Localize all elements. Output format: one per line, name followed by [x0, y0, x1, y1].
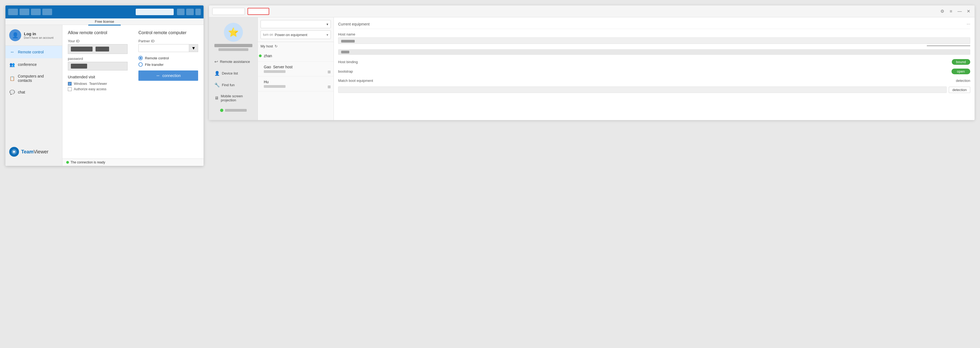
rp-sidebar-item-find-fun[interactable]: 🔧 Find fun [212, 80, 255, 90]
sidebar-label-conference: conference [18, 62, 37, 66]
rp-power-text: Power-on equipment [275, 33, 307, 37]
sidebar-label-chat: chat [18, 90, 25, 94]
tv-login-subtext: Don't have an account [24, 36, 54, 39]
rp-myhost-header: My host ↻ [258, 42, 334, 51]
tv-login-area[interactable]: 👤 Log in Don't have an account [5, 25, 62, 46]
rp-sidebar-item-device-list[interactable]: 👤 Device list [212, 68, 255, 79]
tv-btn-1[interactable] [8, 9, 18, 15]
rp-host-item-gao[interactable]: Gao Server host ⊞ [258, 62, 334, 76]
tv-control-heading: Control remote computer [138, 30, 198, 35]
rp-close-icon[interactable]: ✕ [965, 8, 971, 14]
tv-partner-id-input[interactable] [139, 44, 189, 52]
tv-radio-file-transfer[interactable]: File transfer [138, 62, 198, 66]
rp-current-equipment-row: Current equipment ··· [338, 22, 970, 29]
sidebar-item-remote-control[interactable]: ↔ Remote control [5, 46, 62, 58]
rp-power-row[interactable]: turn on Power-on equipment ▾ [261, 30, 331, 39]
rp-right-panel: Current equipment ··· Host name Host bin… [334, 17, 975, 120]
rp-sidebar-item-mobile-screen[interactable]: 🖥 Mobile screen projection [212, 91, 255, 105]
rp-sidebar-label-find-fun: Find fun [222, 83, 235, 87]
tv-radio-btn-remote[interactable] [138, 56, 143, 60]
tv-btn-2[interactable] [19, 9, 29, 15]
tv-checkbox-easy-access[interactable] [68, 87, 72, 91]
tv-connect-button[interactable]: ↔ connection [138, 70, 198, 81]
rp-status-bottom [217, 106, 250, 115]
sidebar-item-conference[interactable]: 👥 conference [5, 58, 62, 71]
sidebar-label-computers-contacts: Computers and contacts [18, 74, 58, 83]
rp-dropdown-arrow: ▾ [326, 22, 328, 26]
tv-logo-icon [9, 147, 19, 157]
rp-bootstrap-row: bootstrap open [338, 68, 970, 74]
rp-ce-more-icon[interactable]: ··· [967, 22, 970, 27]
rp-binding-row: Host binding bound [338, 59, 970, 65]
tv-connect-label: connection [162, 73, 181, 78]
rp-dropdown-select[interactable]: ▾ [261, 20, 331, 28]
rp-sidebar-label-remote-assistance: Remote assistance [220, 60, 250, 64]
tv-radio-file-label: File transfer [145, 63, 164, 66]
tv-partner-dropdown-btn[interactable]: ▼ [189, 44, 198, 52]
rp-detect-input[interactable] [338, 87, 947, 93]
rp-middle-top: ▾ turn on Power-on equipment ▾ [258, 17, 334, 42]
sidebar-label-remote-control: Remote control [18, 50, 44, 54]
rp-extra-field [338, 49, 970, 55]
rp-id-bar [218, 48, 248, 51]
rp-host-item-zhan[interactable]: zhan [258, 51, 334, 62]
rp-avatar-area: ⭐ [215, 23, 252, 51]
rp-gear-icon[interactable]: ⚙ [939, 8, 945, 14]
tv-search-box[interactable] [136, 9, 174, 15]
rp-extra-value-bar [338, 49, 970, 55]
tv-status-text: The connection is ready [70, 160, 105, 164]
tv-radio-remote-label: Remote control [145, 56, 169, 60]
sidebar-item-chat[interactable]: 💬 chat [5, 86, 62, 98]
tv-check-mark: ✓ [68, 82, 71, 85]
tv-control-section: Control remote computer Partner ID ▼ Rem… [138, 30, 198, 153]
rp-left-sidebar: ⭐ ↩ Remote assistance 👤 Device list 🔧 Fi… [209, 17, 258, 120]
rp-match-boot-label: Match boot equipment [338, 79, 373, 83]
tv-btn-4[interactable] [42, 9, 52, 15]
rp-bottom-name-bar [225, 109, 247, 112]
tv-btn-3[interactable] [31, 9, 41, 15]
rp-detection-button[interactable]: detection [949, 87, 970, 93]
rp-star-avatar: ⭐ [224, 23, 243, 42]
tv-status-dot [66, 161, 69, 164]
tv-logo-viewer: Viewer [33, 149, 49, 155]
rp-power-chevron: ▾ [326, 33, 328, 37]
rp-host-item-hu[interactable]: Hu ⊞ [258, 76, 334, 91]
rp-binding-label: Host binding [338, 60, 358, 64]
tv-avatar: 👤 [9, 29, 21, 41]
rp-body: ⭐ ↩ Remote assistance 👤 Device list 🔧 Fi… [209, 17, 975, 120]
rp-host-name-zhan: zhan [264, 54, 330, 58]
rp-sidebar-label-device-list: Device list [222, 71, 238, 75]
rp-titlebar: ⚙ ≡ — ✕ [209, 5, 975, 17]
rp-match-boot-row: Match boot equipment detection [338, 79, 970, 83]
rp-host-bar-hu [264, 85, 285, 88]
rp-host-dot-zhan [259, 54, 262, 57]
tv-icon-1[interactable] [177, 9, 185, 15]
rp-search-tab[interactable] [212, 8, 245, 15]
rp-refresh-icon[interactable]: ↻ [275, 44, 278, 48]
rp-host-name-value [338, 37, 970, 44]
tv-icon-2[interactable] [186, 9, 194, 15]
tv-your-id-value [68, 44, 127, 54]
rp-windows-icon-gao: ⊞ [328, 70, 331, 74]
tv-partner-input-box[interactable]: ▼ [138, 44, 198, 52]
tv-easy-access-label: Authorize easy access [74, 87, 107, 91]
rp-host-sub-gao: Server host [273, 65, 293, 69]
rp-menu-icon[interactable]: ≡ [948, 8, 954, 14]
rp-open-badge[interactable]: open [951, 68, 970, 74]
tv-sidebar: 👤 Log in Don't have an account ↔ Remote … [5, 25, 62, 166]
tv-license-label: Free license [95, 19, 114, 24]
tv-chevron-icon[interactable] [196, 9, 201, 15]
rp-red-tab[interactable] [248, 8, 269, 15]
tv-license-bar: Free license [5, 19, 204, 25]
rp-bound-badge[interactable]: bound [952, 59, 970, 65]
tv-radio-btn-file[interactable] [138, 62, 143, 66]
tv-checkbox-windows[interactable]: ✓ [68, 82, 72, 85]
tv-radio-remote-control[interactable]: Remote control [138, 56, 198, 60]
rp-extra-redact [341, 51, 349, 54]
tv-checkbox-row-2[interactable]: Authorize easy access [68, 87, 127, 91]
rp-sidebar-item-remote-assistance[interactable]: ↩ Remote assistance [212, 56, 255, 67]
sidebar-item-computers-contacts[interactable]: 📋 Computers and contacts [5, 71, 62, 86]
rp-host-name-gao: Gao Server host [264, 65, 330, 69]
rp-minimize-icon[interactable]: — [957, 8, 963, 14]
tv-checkbox-row-1[interactable]: ✓ Windows TeamViewer [68, 82, 127, 85]
